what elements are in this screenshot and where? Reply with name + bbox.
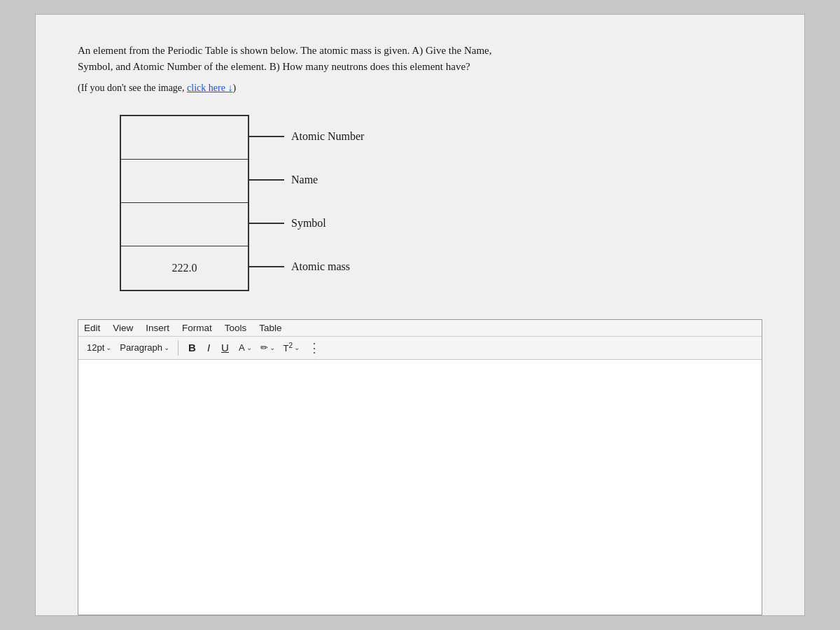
menu-format[interactable]: Format <box>182 323 212 333</box>
font-size-chevron: ⌄ <box>106 344 111 351</box>
menu-view[interactable]: View <box>113 323 133 333</box>
atomic-number-label-row: Atomic Number <box>249 115 364 158</box>
font-color-chevron: ⌄ <box>246 344 252 351</box>
click-here-suffix: ) <box>232 83 236 93</box>
atomic-mass-label-row: Atomic mass <box>249 245 364 288</box>
more-options-button[interactable]: ⋮ <box>308 340 321 356</box>
atomic-mass-label: Atomic mass <box>291 260 350 273</box>
toolbar-divider <box>178 340 178 356</box>
paragraph-select[interactable]: Paragraph ⌄ <box>117 341 172 354</box>
menu-insert[interactable]: Insert <box>146 323 169 333</box>
font-size-value: 12pt <box>87 342 104 353</box>
name-label: Name <box>291 174 318 186</box>
editor-toolbar: 12pt ⌄ Paragraph ⌄ B I U A ⌄ ✏ ⌄ T2 ⌄ <box>78 337 762 360</box>
menu-tools[interactable]: Tools <box>225 323 247 333</box>
connector-line-atomic-number <box>249 136 284 137</box>
menu-table[interactable]: Table <box>259 323 281 333</box>
symbol-label: Symbol <box>291 217 326 230</box>
name-label-row: Name <box>249 158 364 202</box>
atomic-number-label: Atomic Number <box>291 130 364 143</box>
labels-column: Atomic Number Name Symbol Atomic mass <box>249 115 364 288</box>
font-size-select[interactable]: 12pt ⌄ <box>84 341 114 354</box>
font-color-label: A <box>239 342 245 353</box>
superscript-label: T2 <box>284 342 293 354</box>
question-text: An element from the Periodic Table is sh… <box>78 43 762 76</box>
superscript-select[interactable]: T2 ⌄ <box>281 340 303 355</box>
question-line2: Symbol, and Atomic Number of the element… <box>78 61 470 72</box>
symbol-row <box>121 203 248 246</box>
underline-button[interactable]: U <box>217 340 233 355</box>
paragraph-value: Paragraph <box>120 342 162 353</box>
superscript-chevron: ⌄ <box>294 344 300 351</box>
highlight-select[interactable]: ✏ ⌄ <box>258 341 278 354</box>
click-here-prefix: (If you don't see the image, <box>78 83 187 93</box>
editor-content[interactable] <box>78 360 762 615</box>
connector-line-atomic-mass <box>249 266 284 267</box>
element-diagram: 222.0 Atomic Number Name Symbol Atomic m… <box>120 115 762 291</box>
element-box: 222.0 <box>120 115 249 291</box>
menu-edit[interactable]: Edit <box>84 323 100 333</box>
editor-area: Edit View Insert Format Tools Table 12pt… <box>78 319 762 616</box>
question-line1: An element from the Periodic Table is sh… <box>78 45 491 56</box>
font-color-select[interactable]: A ⌄ <box>236 341 255 354</box>
connector-line-symbol <box>249 223 284 224</box>
atomic-number-row <box>121 116 248 160</box>
name-row <box>121 160 248 203</box>
editor-content-inner[interactable] <box>78 360 762 430</box>
atomic-mass-row: 222.0 <box>121 246 248 290</box>
italic-button[interactable]: I <box>203 340 214 355</box>
bold-button[interactable]: B <box>184 340 200 355</box>
paragraph-chevron: ⌄ <box>164 344 169 351</box>
symbol-label-row: Symbol <box>249 202 364 245</box>
highlight-chevron: ⌄ <box>270 344 275 351</box>
click-here-line: (If you don't see the image, click here … <box>78 83 762 94</box>
click-here-link[interactable]: click here ↓ <box>187 83 232 93</box>
highlight-label: ✏ <box>260 342 268 353</box>
page-container: An element from the Periodic Table is sh… <box>35 14 805 616</box>
connector-line-name <box>249 179 284 181</box>
editor-menubar: Edit View Insert Format Tools Table <box>78 320 762 337</box>
